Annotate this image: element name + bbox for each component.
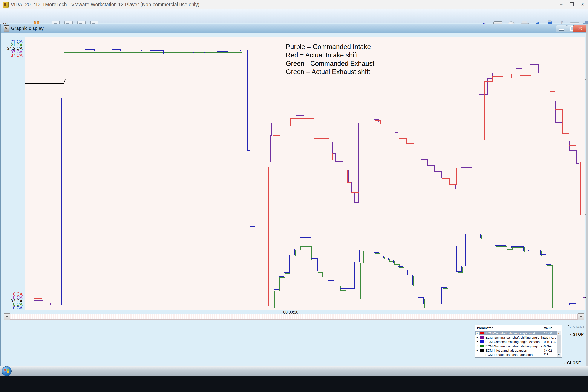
y-axis-label: 37 CA	[1, 54, 22, 57]
vmware-app-icon	[2, 2, 8, 8]
stop-button[interactable]: ›STOP	[569, 332, 584, 337]
parameter-name: ECM-Camshaft shifting angle, inlet	[486, 332, 535, 335]
parameter-table-scrollbar[interactable]: ▲ ▼	[556, 331, 561, 357]
parameter-row[interactable]: ✔ECM-Nominal camshaft shifting angle, in…	[475, 335, 557, 340]
series-color-swatch	[480, 332, 484, 334]
window-close-button[interactable]: ✕	[573, 25, 587, 32]
vmware-titlebar: VIDA_2014D_1MoreTech - VMware Workstatio…	[0, 0, 588, 9]
vmware-toolbar: Player » ᛒ	[0, 9, 588, 23]
vmware-window-title: VIDA_2014D_1MoreTech - VMware Workstatio…	[11, 0, 200, 9]
parameter-column-header: Parameter	[477, 326, 492, 330]
parameter-row[interactable]: ECM-Exhaust camshaft adaption	[475, 352, 557, 357]
host-taskbar: Type here to search e * 11:09 AM 12/4/20…	[0, 376, 588, 392]
parameter-checkbox[interactable]: ✔	[476, 340, 479, 344]
series-color-swatch	[480, 340, 484, 343]
guest-start-button[interactable]	[2, 366, 12, 376]
close-button[interactable]: ›CLOSE	[563, 361, 581, 365]
scroll-left-button[interactable]: ◄	[4, 313, 10, 320]
parameter-name: ECM-Nominal camshaft shifting angle, inl…	[486, 336, 547, 339]
parameter-checkbox[interactable]	[476, 353, 479, 356]
parameter-checkbox[interactable]: ✔	[476, 349, 479, 352]
parameter-table: Parameter Value ✔ECM-Camshaft shifting a…	[474, 325, 562, 358]
parameter-value: 0.10 CA	[544, 340, 556, 344]
parameter-table-header: Parameter Value	[475, 325, 562, 331]
guest-taskbar: eV70 (00-08),...VGraphic disp...readines…	[0, 366, 588, 376]
legend-line: Purple = Commanded Intake	[286, 42, 374, 51]
window-minimize-button[interactable]	[556, 25, 567, 32]
right-scroll-strip[interactable]	[586, 24, 588, 376]
scroll-down-icon[interactable]: ▼	[557, 353, 561, 357]
parameter-name: ECM-Camshaft shifting angle, exhaust	[486, 340, 540, 344]
vmware-close-button[interactable]: ✕	[577, 0, 588, 8]
chart-plot-area[interactable]	[25, 37, 585, 310]
parameter-row[interactable]: ✔ECM-Camshaft shifting angle, exhaust0.1…	[475, 340, 557, 344]
parameter-name: ECM-Inlet camshaft adaption	[486, 348, 527, 352]
vmware-maximize-button[interactable]: ❐	[566, 0, 577, 8]
legend-line: Green = Actual Exhaust shift	[286, 68, 374, 76]
series-color-swatch	[480, 349, 484, 352]
parameter-row[interactable]: ✔ECM-Camshaft shifting angle, inlet13.60…	[475, 331, 557, 335]
legend-line: Green - Commanded Exhaust	[286, 59, 374, 68]
graphic-display-title: Graphic display	[11, 24, 44, 33]
parameter-checkbox[interactable]: ✔	[476, 336, 479, 339]
chart-legend: Purple = Commanded IntakeRed = Actual In…	[286, 42, 374, 76]
parameter-row[interactable]: ✔ECM-Inlet camshaft adaption34.02 CA	[475, 348, 557, 352]
parameter-row[interactable]: ✔ECM-Nominal camshaft shifting angle, ex…	[475, 344, 557, 348]
y-axis-labels-bottom: 0 CA0 CA33 CA0 CA0 CA	[1, 292, 22, 310]
parameter-value: 0 CA	[544, 344, 551, 348]
legend-line: Red = Actual Intake shift	[286, 51, 374, 59]
vida-window-icon	[4, 25, 9, 32]
parameter-name: ECM-Nominal camshaft shifting angle, exh…	[486, 344, 552, 348]
graphic-display-titlebar[interactable]: Graphic display ✕	[1, 24, 588, 33]
vmware-minimize-button[interactable]: –	[556, 0, 566, 8]
parameter-checkbox[interactable]: ✔	[476, 344, 479, 348]
y-axis-labels-top: 21 CA21 CA34.2 CA37 CA37 CA	[1, 40, 22, 57]
parameter-value: 2.24 CA	[544, 336, 556, 339]
parameter-name: ECM-Exhaust camshaft adaption	[486, 353, 532, 356]
start-button[interactable]: ›START	[568, 325, 585, 329]
value-column-header: Value	[544, 326, 552, 330]
horizontal-scrollbar-track[interactable]	[10, 314, 578, 320]
scroll-right-button[interactable]: ►	[578, 313, 584, 320]
scroll-up-icon[interactable]: ▲	[557, 331, 561, 335]
series-color-swatch	[480, 344, 484, 347]
series-color-swatch	[480, 336, 484, 339]
y-axis-label: 0 CA	[1, 306, 22, 310]
parameter-checkbox[interactable]: ✔	[476, 332, 479, 335]
